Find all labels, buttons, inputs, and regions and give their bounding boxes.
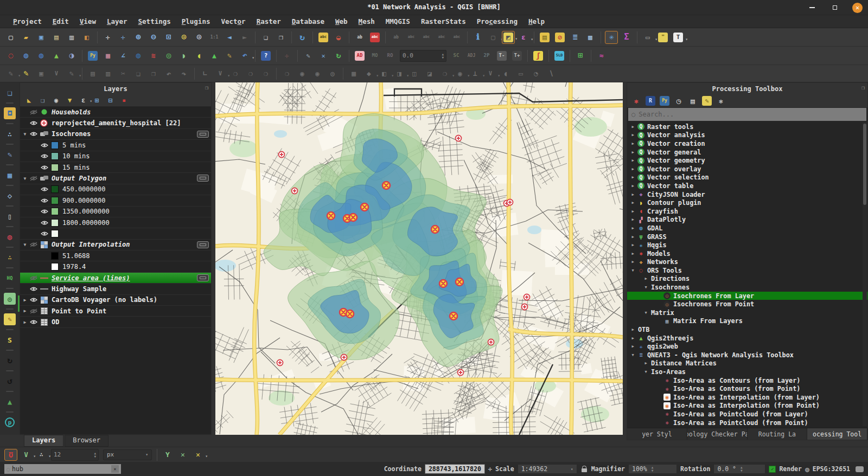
select-by-expression-icon[interactable]: ε▾	[517, 31, 530, 44]
map-tips-options-icon[interactable]: ◒	[332, 31, 345, 44]
add-feature-icon[interactable]: V	[50, 67, 63, 80]
profile-plot-icon[interactable]: ≈	[595, 49, 608, 62]
crayfish-icon[interactable]: ≋	[147, 49, 160, 62]
models-menu-icon[interactable]: ✱	[630, 95, 642, 107]
poi-sphere-icon[interactable]: ◍	[3, 230, 17, 244]
quickmapservices-icon[interactable]: ◗	[177, 49, 190, 62]
toolbox-item[interactable]: ✱Iso-Area as Pointcloud (from Point)	[627, 419, 867, 427]
toolbox-item[interactable]: ◎Isochrones From Layer	[627, 292, 867, 300]
snapping-magnet-icon[interactable]: Ω	[4, 449, 17, 461]
open-attribute-table-icon[interactable]: ≡	[569, 31, 582, 44]
pan-map-icon[interactable]: ✛	[101, 31, 114, 44]
toolbox-options-icon[interactable]: ✱	[715, 95, 727, 107]
expand-arrow[interactable]: ▶	[629, 243, 636, 247]
toolbox-item[interactable]: ▶❖CityJSON Loader	[627, 190, 867, 199]
gdrive-sync-icon[interactable]: ▲	[3, 395, 17, 409]
toggle-editing-icon[interactable]: ✎	[20, 67, 33, 80]
layer-row[interactable]: 1978.4	[20, 261, 211, 272]
map-canvas[interactable]	[215, 82, 623, 435]
menu-mesh[interactable]: Mesh	[353, 16, 380, 27]
visibility-eye-icon[interactable]	[40, 143, 49, 148]
toolbox-item[interactable]: ✱Iso-Area as Pointcloud (from Layer)	[627, 410, 867, 419]
ors-tools-icon[interactable]: ◌	[4, 49, 17, 62]
reshape-features-icon[interactable]: ◆▾	[362, 67, 375, 80]
current-edits-icon[interactable]: ✎▾	[4, 67, 17, 80]
epsg-status[interactable]: EPSG:32651	[813, 465, 850, 473]
search-globe-icon[interactable]: ◑	[65, 49, 78, 62]
rotate-symbols-icon[interactable]: ❍▾	[438, 67, 451, 80]
contour-plugin-icon[interactable]: ◖	[193, 49, 206, 62]
new-map-view-icon[interactable]: ❏	[259, 31, 272, 44]
qgis2threejs-icon[interactable]: ▲	[50, 49, 63, 62]
ro-tool-icon[interactable]: RO	[384, 49, 397, 62]
mini-chart-icon[interactable]: ∴	[3, 250, 17, 265]
change-label-icon[interactable]: abc	[450, 31, 463, 44]
visibility-eye-icon[interactable]	[40, 186, 49, 192]
identify-results-icon[interactable]: ▤	[538, 31, 551, 44]
toolbox-search-input[interactable]	[639, 111, 863, 118]
layout-manager-icon[interactable]: ▥	[65, 31, 78, 44]
toolbox-item[interactable]: ◉Iso-Area as Interpolation (from Layer)	[627, 393, 867, 402]
toolbox-item[interactable]: ◉Iso-Area as Interpolation (from Point)	[627, 402, 867, 410]
manage-themes-icon[interactable]: ◉	[50, 95, 62, 106]
visibility-eye-off-icon[interactable]	[29, 275, 39, 281]
toolbox-item[interactable]: ▶✳qgis2web	[627, 342, 867, 351]
expand-arrow[interactable]: ▶	[629, 125, 636, 129]
filter-expression-icon[interactable]: ε▾	[78, 95, 89, 106]
render-checkbox[interactable]: ✓	[769, 466, 776, 473]
detach-panel-icon[interactable]: ❐	[861, 85, 865, 91]
toolbox-item[interactable]: ▶QVector table	[627, 182, 867, 190]
dock-tab[interactable]: ocessing Tool	[807, 428, 867, 440]
expand-arrow[interactable]: ▶	[629, 175, 636, 179]
cad-tools-icon[interactable]: ∟	[199, 67, 212, 80]
show-hide-labels-icon[interactable]: abc	[405, 31, 418, 44]
adj-tool-icon[interactable]: ADJ	[465, 49, 478, 62]
intersection-snapping-icon[interactable]: ✕	[176, 449, 189, 461]
shape-rectangle-icon[interactable]: ▭	[514, 67, 527, 80]
2p-tool-icon[interactable]: 2P	[480, 49, 493, 62]
toolbox-item[interactable]: ▶◗Contour plugin	[627, 198, 867, 207]
sc-tool-icon[interactable]: SC	[450, 49, 463, 62]
expand-arrow[interactable]: ▶	[642, 361, 649, 365]
toolbox-item[interactable]: ▼Isochrones	[627, 283, 867, 292]
cut-features-icon[interactable]: ✂	[117, 67, 130, 80]
toolbox-item[interactable]: ▶ψGRASS	[627, 233, 867, 241]
expand-arrow[interactable]: ▶	[629, 158, 636, 163]
layer-filter-badge[interactable]	[197, 175, 209, 182]
sld4raster-icon[interactable]: SLD	[553, 49, 566, 62]
zoom-full-icon[interactable]: ⊡	[162, 31, 175, 44]
expand-all-icon[interactable]: ⊞	[91, 95, 103, 106]
layer-row[interactable]: 900.0000000	[20, 195, 211, 206]
network-node-tool-icon[interactable]: ✕	[317, 49, 330, 62]
toolbox-item[interactable]: ▶Distance Matrices	[627, 359, 867, 368]
visibility-eye-icon[interactable]	[40, 209, 49, 214]
refresh-table-icon[interactable]: ↻	[332, 49, 345, 62]
ors-bean-icon[interactable]: ʃ	[532, 49, 545, 62]
zoom-last-icon[interactable]: ◄	[223, 31, 236, 44]
visibility-eye-icon[interactable]	[40, 220, 49, 226]
visibility-eye-icon[interactable]	[29, 319, 39, 325]
copy-features-icon[interactable]: ❏	[132, 67, 145, 80]
add-ring-icon[interactable]: ◉	[296, 67, 309, 80]
geometry-tool-icon[interactable]: ✎	[302, 49, 315, 62]
layer-row[interactable]: 51.0688	[20, 250, 211, 261]
add-layer-icon[interactable]: ❏	[3, 86, 17, 100]
advanced-digitizing-ad-icon[interactable]: AD	[353, 49, 366, 62]
expand-arrow[interactable]: ▼	[629, 268, 636, 273]
save-project-icon[interactable]: ▣	[35, 31, 48, 44]
toolbox-search[interactable]: ◌	[628, 108, 866, 121]
copy-move-feature-icon[interactable]: ❍	[229, 67, 242, 80]
expand-arrow[interactable]: ▶	[642, 276, 649, 281]
toolbox-item[interactable]: ▶▲Qgis2threejs	[627, 334, 867, 343]
shape-polygon-icon[interactable]: ◔	[529, 67, 542, 80]
expand-arrow[interactable]: ▶	[629, 141, 636, 146]
python-scripts-icon[interactable]: Py	[659, 95, 671, 107]
toolbox-item[interactable]: ▶QVector analysis	[627, 131, 867, 140]
highlight-labels-icon[interactable]: abc	[368, 31, 381, 44]
menu-raster[interactable]: Raster	[251, 16, 286, 27]
menu-rasterstats[interactable]: RasterStats	[416, 16, 471, 27]
close-button[interactable]: ✕	[852, 3, 863, 13]
magnifier-spinbox[interactable]: 100%▲▼	[628, 464, 677, 474]
panel-tab-browser[interactable]: Browser	[65, 435, 108, 447]
toolbox-item[interactable]: ◉Iso-Area as Polygons (from Layer)	[627, 427, 867, 428]
